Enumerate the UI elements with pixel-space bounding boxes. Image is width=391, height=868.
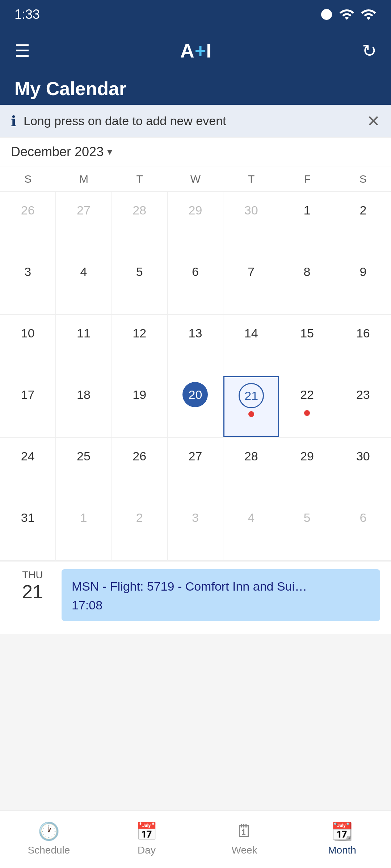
calendar-cell[interactable]: 31: [0, 499, 56, 560]
status-time: 1:33: [14, 7, 40, 22]
cell-number: 27: [71, 197, 96, 223]
calendar-cell[interactable]: 10: [0, 315, 56, 376]
calendar-cell[interactable]: 28: [223, 438, 279, 499]
cell-number: 25: [71, 443, 96, 469]
calendar-cell[interactable]: 11: [56, 315, 112, 376]
cell-number: 24: [15, 443, 41, 469]
cell-number: 14: [239, 320, 264, 346]
calendar-cell[interactable]: 21: [223, 376, 279, 437]
calendar-row: 10111213141516: [0, 315, 391, 376]
calendar-cell[interactable]: 29: [279, 438, 335, 499]
nav-item-month[interactable]: 📆Month: [293, 810, 391, 868]
calendar-cell[interactable]: 24: [0, 438, 56, 499]
cell-number: 28: [127, 197, 152, 223]
event-date-col: THU 21: [11, 569, 54, 603]
nav-item-schedule[interactable]: 🕐Schedule: [0, 810, 98, 868]
cell-number: 30: [350, 443, 376, 469]
refresh-button[interactable]: ↻: [362, 41, 377, 61]
status-bar: 1:33: [0, 0, 391, 29]
calendar-cell[interactable]: 13: [168, 315, 223, 376]
day-header-f: F: [279, 166, 335, 191]
calendar-row: 3456789: [0, 253, 391, 315]
calendar-cell[interactable]: 26: [0, 192, 56, 253]
calendar-cell[interactable]: 30: [223, 192, 279, 253]
calendar-cell[interactable]: 29: [168, 192, 223, 253]
week-nav-icon: 🗓: [236, 823, 253, 840]
cell-number: 26: [127, 443, 152, 469]
calendar-cell[interactable]: 23: [335, 376, 391, 437]
calendar-cell[interactable]: 4: [56, 253, 112, 314]
cell-number: 2: [350, 197, 376, 223]
calendar-row: 262728293012: [0, 192, 391, 253]
calendar-cell[interactable]: 20: [168, 376, 223, 437]
calendar-cell[interactable]: 17: [0, 376, 56, 437]
dropdown-arrow-icon: ▾: [107, 146, 112, 158]
calendar-cell[interactable]: 4: [223, 499, 279, 560]
calendar-cell[interactable]: 27: [56, 192, 112, 253]
event-day-num: 21: [22, 581, 43, 603]
calendar-cell[interactable]: 8: [279, 253, 335, 314]
calendar-cell[interactable]: 26: [112, 438, 168, 499]
title-bar: My Calendar: [0, 72, 391, 105]
cell-number: 4: [239, 505, 264, 530]
cell-number: 29: [182, 197, 208, 223]
calendar-cell[interactable]: 30: [335, 438, 391, 499]
header: ☰ A + I ↻: [0, 29, 391, 72]
info-icon: ℹ: [11, 113, 16, 129]
calendar-cell[interactable]: 1: [56, 499, 112, 560]
cell-number: 7: [239, 259, 264, 284]
calendar-cell[interactable]: 19: [112, 376, 168, 437]
cell-number: 4: [71, 259, 96, 284]
cell-number: 30: [239, 197, 264, 223]
schedule-nav-label: Schedule: [28, 844, 70, 856]
calendar-cell[interactable]: 22: [279, 376, 335, 437]
calendar-cell[interactable]: 16: [335, 315, 391, 376]
calendar-body: 2627282930123456789101112131415161718192…: [0, 192, 391, 561]
cell-number: 20: [182, 382, 208, 407]
calendar-cell[interactable]: 12: [112, 315, 168, 376]
calendar-cell[interactable]: 25: [56, 438, 112, 499]
day-headers: SMTWTFS: [0, 166, 391, 192]
week-nav-label: Week: [231, 844, 257, 856]
event-dot-indicator: [248, 411, 254, 417]
close-banner-button[interactable]: ✕: [367, 112, 380, 130]
nav-item-week[interactable]: 🗓Week: [196, 810, 293, 868]
event-time: 17:08: [72, 598, 370, 612]
calendar-cell[interactable]: 2: [112, 499, 168, 560]
calendar-cell[interactable]: 5: [279, 499, 335, 560]
calendar-cell[interactable]: 3: [168, 499, 223, 560]
calendar-cell[interactable]: 27: [168, 438, 223, 499]
menu-button[interactable]: ☰: [14, 41, 30, 61]
calendar-cell[interactable]: 28: [112, 192, 168, 253]
day-nav-label: Day: [138, 844, 156, 856]
wifi-icon: [339, 7, 355, 22]
cell-number: 22: [294, 382, 320, 407]
cell-number: 27: [182, 443, 208, 469]
cell-number: 6: [350, 505, 376, 530]
event-card[interactable]: MSN - Flight: 5719 - Comfort Inn and Sui…: [62, 569, 380, 621]
calendar-cell[interactable]: 6: [335, 499, 391, 560]
calendar-cell[interactable]: 7: [223, 253, 279, 314]
app-logo: A + I: [180, 39, 212, 62]
notification-icon: [320, 8, 333, 21]
month-selector[interactable]: December 2023 ▾: [11, 144, 112, 159]
calendar-cell[interactable]: 18: [56, 376, 112, 437]
calendar-cell[interactable]: 3: [0, 253, 56, 314]
cell-number: 18: [71, 382, 96, 407]
calendar-cell[interactable]: 6: [168, 253, 223, 314]
cell-number: 29: [294, 443, 320, 469]
cell-number: 19: [127, 382, 152, 407]
cell-number: 1: [294, 197, 320, 223]
cell-number: 9: [350, 259, 376, 284]
calendar-cell[interactable]: 2: [335, 192, 391, 253]
cell-number: 21: [239, 383, 264, 408]
calendar-cell[interactable]: 9: [335, 253, 391, 314]
calendar-cell[interactable]: 14: [223, 315, 279, 376]
calendar-cell[interactable]: 5: [112, 253, 168, 314]
calendar-cell[interactable]: 1: [279, 192, 335, 253]
cell-number: 16: [350, 320, 376, 346]
nav-item-day[interactable]: 📅Day: [98, 810, 196, 868]
cell-number: 1: [71, 505, 96, 530]
cell-number: 31: [15, 505, 41, 530]
calendar-cell[interactable]: 15: [279, 315, 335, 376]
